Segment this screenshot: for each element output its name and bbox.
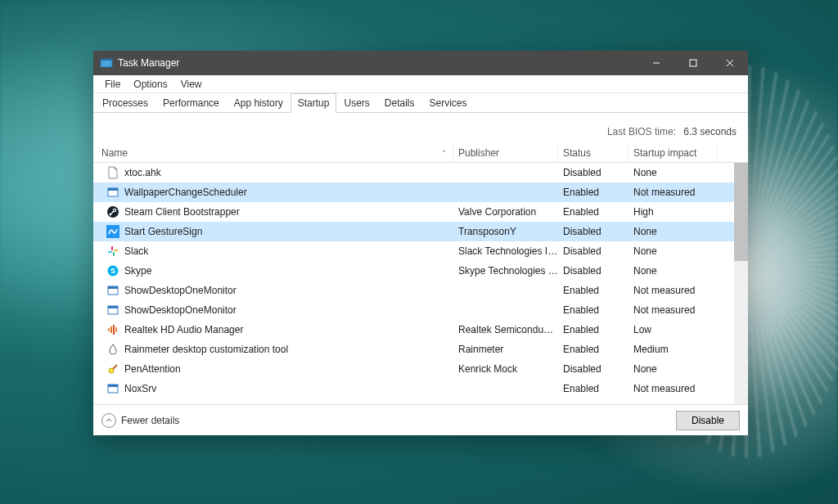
scrollbar-thumb[interactable] (734, 163, 748, 261)
tab-services[interactable]: Services (422, 93, 475, 112)
row-impact: Not measured (628, 187, 717, 198)
svg-rect-15 (114, 250, 118, 251)
svg-rect-27 (115, 327, 117, 332)
fewer-details-toggle[interactable]: Fewer details (101, 413, 179, 428)
slack-icon (106, 245, 119, 258)
menu-file[interactable]: File (98, 77, 127, 92)
close-button[interactable] (711, 51, 748, 75)
menu-view[interactable]: View (174, 77, 209, 92)
row-name: WallpaperChangeScheduler (124, 187, 247, 198)
svg-rect-23 (108, 306, 118, 308)
row-impact: None (628, 167, 717, 178)
rainmeter-icon (106, 343, 119, 356)
sort-indicator-icon: ⌃ (441, 149, 448, 157)
table-row[interactable]: ShowDesktopOneMonitorEnabledNot measured (93, 300, 748, 320)
scrollbar-track[interactable] (734, 163, 748, 404)
row-impact: None (628, 245, 717, 257)
table-row[interactable]: NoxSrvEnabledNot measured (93, 379, 748, 398)
row-impact: Not measured (628, 304, 717, 316)
row-name: Realtek HD Audio Manager (124, 324, 243, 335)
table-row[interactable]: Steam Client BootstrapperValve Corporati… (93, 202, 748, 222)
column-publisher[interactable]: Publisher (453, 144, 558, 162)
realtek-icon (106, 323, 119, 336)
row-status: Enabled (558, 383, 628, 394)
tab-users[interactable]: Users (336, 93, 376, 112)
table-row[interactable]: Realtek HD Audio ManagerRealtek Semicond… (93, 320, 748, 340)
svg-rect-26 (113, 325, 115, 335)
svg-rect-17 (108, 251, 112, 253)
bios-label: Last BIOS time: (607, 126, 676, 137)
tabbar: Processes Performance App history Startu… (93, 93, 748, 113)
svg-rect-3 (690, 60, 696, 66)
table-row[interactable]: PenAttentionKenrick MockDisabledNone (93, 359, 748, 379)
row-impact: Low (628, 324, 717, 335)
row-name: ShowDesktopOneMonitor (124, 285, 237, 296)
row-name: ShowDesktopOneMonitor (124, 304, 237, 316)
fewer-details-label: Fewer details (121, 415, 179, 426)
menubar: File Options View (93, 75, 748, 93)
svg-rect-21 (108, 286, 118, 289)
column-name[interactable]: Name ⌃ (97, 144, 453, 162)
row-impact: Not measured (628, 383, 717, 394)
svg-rect-7 (108, 188, 118, 191)
row-status: Enabled (558, 324, 628, 335)
row-name: PenAttention (124, 363, 181, 375)
tab-processes[interactable]: Processes (95, 93, 155, 112)
bios-value: 6.3 seconds (683, 126, 737, 137)
file-icon (106, 166, 119, 179)
svg-rect-16 (113, 252, 115, 256)
table-row[interactable]: SSkypeSkype Technologies S.A.DisabledNon… (93, 261, 748, 281)
row-name: Slack (124, 245, 148, 257)
row-name: Skype (124, 265, 151, 277)
row-name: Rainmeter desktop customization tool (124, 344, 288, 355)
table-row[interactable]: WallpaperChangeSchedulerEnabledNot measu… (93, 182, 748, 202)
minimize-button[interactable] (638, 51, 674, 75)
disable-button[interactable]: Disable (676, 411, 740, 430)
tab-app-history[interactable]: App history (227, 93, 291, 112)
tab-performance[interactable]: Performance (155, 93, 227, 112)
row-name: NoxSrv (124, 383, 156, 394)
row-name: Start GestureSign (124, 226, 202, 237)
table-row[interactable]: xtoc.ahkDisabledNone (93, 163, 748, 182)
gesture-icon (106, 225, 119, 238)
steam-icon (106, 205, 119, 218)
row-publisher: Slack Technologies Inc. (453, 245, 558, 257)
app-icon (106, 186, 119, 199)
table-row[interactable]: Start GestureSignTransposonYDisabledNone (93, 222, 748, 241)
row-publisher: TransposonY (453, 226, 558, 237)
svg-point-10 (114, 209, 115, 211)
chevron-up-icon (101, 413, 116, 428)
app-icon (100, 56, 113, 70)
titlebar[interactable]: Task Manager (93, 51, 748, 75)
startup-list[interactable]: xtoc.ahkDisabledNoneWallpaperChangeSched… (93, 163, 748, 404)
window-title: Task Manager (118, 57, 179, 69)
skype-icon: S (106, 264, 119, 277)
svg-point-11 (110, 214, 112, 216)
row-status: Disabled (558, 167, 628, 178)
row-status: Disabled (558, 226, 628, 237)
row-publisher: Skype Technologies S.A. (453, 265, 558, 277)
maximize-button[interactable] (674, 51, 711, 75)
svg-line-29 (113, 365, 117, 369)
table-row[interactable]: SlackSlack Technologies Inc.DisabledNone (93, 241, 748, 261)
tab-details[interactable]: Details (377, 93, 422, 112)
pen-icon (106, 362, 119, 376)
column-status[interactable]: Status (558, 144, 628, 162)
app-icon (106, 284, 119, 297)
row-status: Disabled (558, 245, 628, 257)
row-status: Enabled (558, 206, 628, 218)
task-manager-window: Task Manager File Options View Processes… (93, 51, 748, 435)
row-name: xtoc.ahk (124, 167, 161, 178)
app-icon (106, 304, 119, 317)
row-publisher: Valve Corporation (453, 206, 558, 218)
row-impact: High (628, 206, 717, 218)
tab-startup[interactable]: Startup (291, 93, 337, 113)
menu-options[interactable]: Options (127, 77, 173, 92)
column-headers: Name ⌃ Publisher Status Startup impact (93, 144, 748, 163)
row-status: Enabled (558, 304, 628, 316)
table-row[interactable]: ShowDesktopOneMonitorEnabledNot measured (93, 281, 748, 300)
bios-time: Last BIOS time: 6.3 seconds (93, 113, 748, 144)
row-publisher: Realtek Semiconductor (453, 324, 558, 335)
table-row[interactable]: Rainmeter desktop customization toolRain… (93, 340, 748, 359)
column-impact[interactable]: Startup impact (628, 144, 717, 162)
